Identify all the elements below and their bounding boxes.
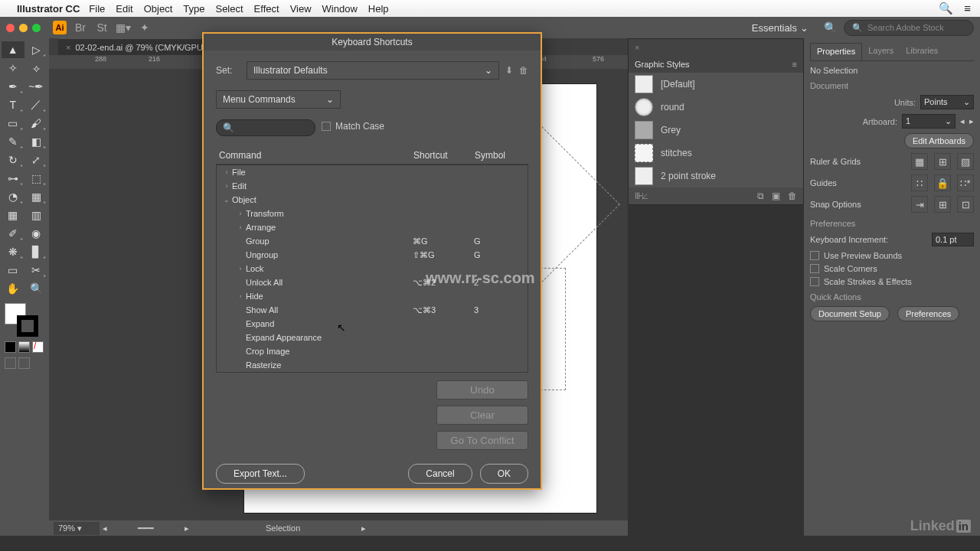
new-style-icon[interactable]: ▣ [772,191,780,201]
cb-scale-corners[interactable]: Scale Corners [810,264,974,273]
style-grey[interactable]: Grey [629,119,803,142]
menu-file[interactable]: File [89,3,105,15]
panel-menu-icon[interactable]: ≡ [792,60,797,69]
grid-icon[interactable]: ⊞ [934,153,951,170]
snap-grid-icon[interactable]: ⊞ [934,196,951,213]
clear-button[interactable]: Clear [436,406,528,425]
menu-effect[interactable]: Effect [254,3,279,15]
document-setup-button[interactable]: Document Setup [810,306,890,321]
color-mode[interactable] [5,341,16,353]
export-text-button[interactable]: Export Text... [216,464,305,484]
tab-properties[interactable]: Properties [810,43,862,60]
edit-artboards-button[interactable]: Edit Artboards [904,133,974,148]
list-row[interactable]: Rasterize [217,358,528,372]
cb-scale-strokes[interactable]: Scale Strokes & Effects [810,277,974,286]
lasso-tool[interactable]: ⟡ [25,60,48,77]
list-row[interactable]: Unlock All⌥⌘22 [217,276,528,289]
list-row[interactable]: Show All⌥⌘33 [217,303,528,317]
delete-style-icon[interactable]: 🗑 [788,191,797,201]
close-window[interactable] [6,24,15,32]
gradient-mode[interactable] [18,341,30,353]
hand-tool[interactable]: ✋ [2,280,24,297]
undo-button[interactable]: Undo [436,380,528,399]
cb-preview-bounds[interactable]: Use Preview Bounds [810,251,974,260]
eraser-tool[interactable]: ◧▸ [25,133,48,150]
symbol-sprayer-tool[interactable]: ❋▸ [2,243,24,260]
close-tab-icon[interactable]: × [66,43,70,52]
list-row[interactable]: Crop Image [217,344,528,358]
ruler-icon[interactable]: ▦ [911,153,928,170]
menu-select[interactable]: Select [215,3,243,15]
prev-artboard-icon[interactable]: ◂ [960,116,965,126]
magic-wand-tool[interactable]: ✧ [2,60,24,77]
rectangle-tool[interactable]: ▭▸ [2,115,24,132]
paintbrush-tool[interactable]: 🖌▸ [25,115,48,132]
cancel-button[interactable]: Cancel [408,464,472,484]
app-name[interactable]: Illustrator CC [17,3,80,15]
list-row[interactable]: ›Hide [217,289,528,303]
blend-tool[interactable]: ◉ [25,225,48,242]
shape-builder-tool[interactable]: ◔▸ [2,188,24,205]
guides-lock-icon[interactable]: 🔒 [934,174,951,191]
shortcut-set-select[interactable]: Illustrator Defaults⌄ [247,61,499,80]
artboard-select[interactable]: 1⌄ [902,114,956,129]
menu-help[interactable]: Help [368,3,389,15]
workspace-switcher[interactable]: Essentials⌄ [752,22,808,34]
search-icon[interactable]: 🔍 [822,21,838,34]
nav-go-icon[interactable]: ▸ [361,523,366,533]
document-tab[interactable]: ×02-02-end.ai @ 79% (CMYK/GPU P [58,38,218,55]
guides-show-icon[interactable]: ∷ [911,174,928,191]
selection-tool[interactable]: ▲ [2,41,24,58]
minimize-window[interactable] [19,24,28,32]
list-row[interactable]: ›Edit [217,179,528,193]
nav-left-icon[interactable]: ◂ [103,523,107,533]
stroke-swatch[interactable] [17,315,38,337]
preferences-button[interactable]: Preferences [897,306,959,321]
slice-tool[interactable]: ✂▸ [25,262,48,279]
illustrator-home-icon[interactable]: Ai [53,21,67,34]
gpu-icon[interactable]: ✦ [137,21,152,34]
guides-smart-icon[interactable]: ∷* [957,174,974,191]
list-row[interactable]: ›Arrange [217,220,528,234]
units-select[interactable]: Points⌄ [920,95,974,109]
rotate-tool[interactable]: ↻▸ [2,152,24,168]
shortcut-search[interactable]: 🔍 [216,119,315,136]
menu-object[interactable]: Object [144,3,173,15]
keyboard-increment-field[interactable]: 0.1 pt [932,233,974,246]
type-tool[interactable]: T▸ [2,96,24,113]
shortcut-list[interactable]: ›File›Edit⌄Object›Transform›ArrangeGroup… [216,165,528,373]
mesh-tool[interactable]: ▦ [2,207,24,223]
panel-title[interactable]: Graphic Styles [635,60,690,69]
draw-normal[interactable] [5,357,16,369]
direct-selection-tool[interactable]: ▷▸ [25,41,48,58]
menu-type[interactable]: Type [183,3,204,15]
draw-behind[interactable] [18,357,30,369]
artboard-tool[interactable]: ▭ [2,262,24,279]
style-default[interactable]: [Default] [629,73,803,96]
shaper-tool[interactable]: ✎▸ [2,133,24,150]
nav-right-icon[interactable]: ▸ [185,523,189,533]
list-row[interactable]: Group⌘GG [217,234,528,248]
tab-libraries[interactable]: Libraries [900,43,944,60]
tab-layers[interactable]: Layers [862,43,900,60]
break-link-icon[interactable]: ⧉ [757,191,764,201]
graph-tool[interactable]: ▊▸ [25,243,48,260]
style-round[interactable]: round [629,96,803,119]
stock-icon[interactable]: St [94,21,109,34]
gradient-tool[interactable]: ▥ [25,207,48,223]
line-tool[interactable]: ／▸ [25,96,48,113]
transparency-grid-icon[interactable]: ▨ [957,153,974,170]
eyedropper-tool[interactable]: ✐▸ [2,225,24,242]
next-artboard-icon[interactable]: ▸ [969,116,974,126]
menu-edit[interactable]: Edit [116,3,132,15]
scope-select[interactable]: Menu Commands⌄ [216,90,341,109]
maximize-window[interactable] [32,24,41,32]
list-row[interactable]: ›Transform [217,207,528,220]
free-transform-tool[interactable]: ⬚▸ [25,170,48,187]
width-tool[interactable]: ⊶▸ [2,170,24,187]
close-panel-icon[interactable]: × [635,43,639,52]
list-row[interactable]: ›File [217,165,528,179]
color-swatches[interactable]: / [2,298,47,373]
none-mode[interactable]: / [32,341,44,353]
goto-conflict-button[interactable]: Go To Conflict [436,431,528,450]
